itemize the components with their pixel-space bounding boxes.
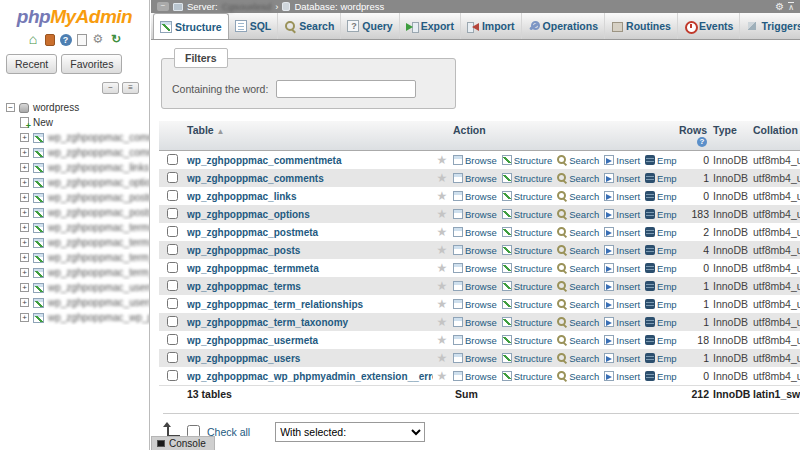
action-browse[interactable]: Browse (453, 335, 497, 346)
expand-icon[interactable]: + (20, 208, 29, 217)
console-toggle[interactable]: Console (151, 436, 215, 450)
action-browse[interactable]: Browse (453, 155, 497, 166)
table-name-link[interactable]: wp_zghpoppmac_comments (187, 173, 324, 184)
breadcrumb-database[interactable]: Database: wordpress (294, 1, 384, 12)
table-name-link[interactable]: wp_zghpoppmac_users (187, 353, 300, 364)
favorite-star-icon[interactable]: ★ (433, 241, 451, 259)
tree-filter-button[interactable]: ≡ (122, 82, 139, 94)
action-insert[interactable]: Insert (604, 317, 640, 328)
action-browse[interactable]: Browse (453, 371, 497, 382)
action-empty[interactable]: Empty (645, 281, 677, 292)
expand-icon[interactable]: + (20, 313, 29, 322)
tree-table-item[interactable]: + wp_zghpoppmac_term_taxon (6, 265, 149, 280)
containing-word-input[interactable] (276, 80, 416, 98)
row-checkbox[interactable] (167, 190, 178, 201)
favorite-star-icon[interactable]: ★ (433, 331, 451, 349)
column-header-collation[interactable]: Collation (751, 121, 800, 151)
expand-icon[interactable]: + (20, 148, 29, 157)
tree-table-item[interactable]: + wp_zghpoppmac_commentmeta (6, 130, 149, 145)
action-browse[interactable]: Browse (453, 317, 497, 328)
collapse-all-button[interactable]: − (102, 82, 119, 94)
action-empty[interactable]: Empty (645, 173, 677, 184)
action-empty[interactable]: Empty (645, 263, 677, 274)
action-search[interactable]: Search (557, 335, 599, 346)
action-search[interactable]: Search (557, 173, 599, 184)
action-insert[interactable]: Insert (604, 299, 640, 310)
row-checkbox[interactable] (167, 226, 178, 237)
action-structure[interactable]: Structure (502, 263, 553, 274)
action-search[interactable]: Search (557, 317, 599, 328)
action-structure[interactable]: Structure (502, 353, 553, 364)
table-name-link[interactable]: wp_zghpoppmac_posts (187, 245, 300, 256)
favorite-star-icon[interactable]: ★ (433, 277, 451, 295)
home-icon[interactable]: ⌂ (27, 33, 40, 46)
row-checkbox[interactable] (167, 370, 178, 381)
tree-table-item[interactable]: + wp_zghpoppmac_users (6, 295, 149, 310)
recent-button[interactable]: Recent (6, 54, 57, 74)
action-structure[interactable]: Structure (502, 299, 553, 310)
action-structure[interactable]: Structure (502, 155, 553, 166)
action-insert[interactable]: Insert (604, 353, 640, 364)
favorite-star-icon[interactable]: ★ (433, 223, 451, 241)
action-structure[interactable]: Structure (502, 227, 553, 238)
column-header-table[interactable]: Table ▲ (185, 121, 433, 151)
action-insert[interactable]: Insert (604, 155, 640, 166)
action-structure[interactable]: Structure (502, 245, 553, 256)
action-empty[interactable]: Empty (645, 191, 677, 202)
table-name-link[interactable]: wp_zghpoppmac_options (187, 209, 310, 220)
action-empty[interactable]: Empty (645, 317, 677, 328)
action-empty[interactable]: Empty (645, 209, 677, 220)
action-browse[interactable]: Browse (453, 263, 497, 274)
tree-new-table[interactable]: New (6, 115, 149, 130)
action-browse[interactable]: Browse (453, 191, 497, 202)
favorite-star-icon[interactable]: ★ (433, 259, 451, 277)
action-search[interactable]: Search (557, 263, 599, 274)
action-insert[interactable]: Insert (604, 281, 640, 292)
action-browse[interactable]: Browse (453, 227, 497, 238)
action-insert[interactable]: Insert (604, 263, 640, 274)
expand-icon[interactable]: + (20, 223, 29, 232)
expand-icon[interactable]: + (20, 163, 29, 172)
expand-icon[interactable]: + (20, 193, 29, 202)
action-insert[interactable]: Insert (604, 335, 640, 346)
favorite-star-icon[interactable]: ★ (433, 313, 451, 331)
action-browse[interactable]: Browse (453, 173, 497, 184)
action-structure[interactable]: Structure (502, 317, 553, 328)
action-empty[interactable]: Empty (645, 227, 677, 238)
action-search[interactable]: Search (557, 353, 599, 364)
action-browse[interactable]: Browse (453, 353, 497, 364)
nav-panel-collapse-icon[interactable]: − (157, 2, 169, 11)
tree-table-item[interactable]: + wp_zghpoppmac_postmeta (6, 190, 149, 205)
table-name-link[interactable]: wp_zghpoppmac_postmeta (187, 227, 318, 238)
table-name-link[interactable]: wp_zghpoppmac_term_taxonomy (187, 317, 348, 328)
row-checkbox[interactable] (167, 352, 178, 363)
expand-icon[interactable]: + (20, 283, 29, 292)
action-browse[interactable]: Browse (453, 299, 497, 310)
action-browse[interactable]: Browse (453, 281, 497, 292)
tab-import[interactable]: Import (461, 13, 522, 39)
tree-table-item[interactable]: + wp_zghpoppmac_links (6, 160, 149, 175)
expand-icon[interactable]: + (20, 238, 29, 247)
action-search[interactable]: Search (557, 299, 599, 310)
favorite-star-icon[interactable]: ★ (433, 151, 451, 170)
expand-icon[interactable]: + (20, 298, 29, 307)
table-name-link[interactable]: wp_zghpoppmac_termmeta (187, 263, 319, 274)
favorite-star-icon[interactable]: ★ (433, 349, 451, 367)
favorite-star-icon[interactable]: ★ (433, 169, 451, 187)
tab-export[interactable]: Export (400, 13, 461, 39)
action-empty[interactable]: Empty (645, 335, 677, 346)
refresh-icon[interactable]: ↻ (110, 33, 123, 46)
row-checkbox[interactable] (167, 172, 178, 183)
favorite-star-icon[interactable]: ★ (433, 187, 451, 205)
action-insert[interactable]: Insert (604, 371, 640, 382)
page-settings-icon[interactable]: ⚙ (775, 1, 784, 12)
row-checkbox[interactable] (167, 244, 178, 255)
tab-structure[interactable]: Structure (153, 13, 229, 39)
tree-table-item[interactable]: + wp_zghpoppmac_wp_phpmy (6, 310, 149, 325)
action-search[interactable]: Search (557, 191, 599, 202)
column-header-type[interactable]: Type (711, 121, 751, 151)
help-icon[interactable]: ? (60, 34, 72, 46)
tab-operations[interactable]: Operations (522, 13, 605, 39)
tree-database-wordpress[interactable]: − wordpress (6, 100, 149, 115)
exit-icon[interactable] (45, 34, 55, 46)
